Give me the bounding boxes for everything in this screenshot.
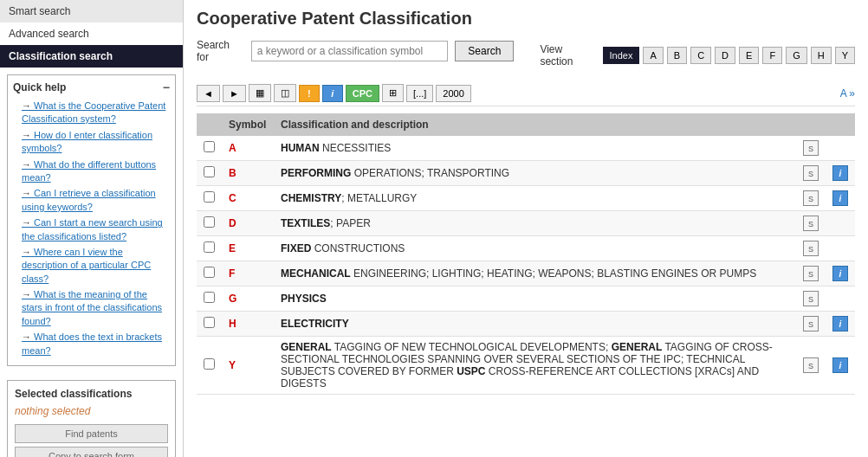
info-icon-h[interactable]: i: [832, 316, 848, 331]
checkbox-b[interactable]: [204, 166, 215, 177]
help-link-brackets-text[interactable]: What does the text in brackets mean?: [22, 331, 170, 357]
page-title: Cooperative Patent Classification: [197, 9, 855, 29]
minimize-button[interactable]: −: [163, 80, 170, 94]
section-btn-index[interactable]: Index: [603, 47, 640, 64]
description-c: CHEMISTRY; METALLURGY: [281, 192, 417, 204]
table-row: HELECTRICITYSi: [197, 312, 855, 337]
year-button[interactable]: 2000: [436, 85, 470, 102]
table-view-button[interactable]: ⊞: [382, 84, 404, 102]
checkbox-a[interactable]: [204, 141, 215, 152]
s-icon-a[interactable]: S: [803, 140, 819, 156]
col-header-symbol: Symbol: [222, 113, 274, 136]
checkbox-c[interactable]: [204, 191, 215, 203]
description-a: HUMAN NECESSITIES: [281, 142, 391, 154]
s-icon-b[interactable]: S: [803, 165, 819, 181]
checkbox-h[interactable]: [204, 317, 215, 328]
s-icon-f[interactable]: S: [803, 266, 819, 281]
copy-to-search-button[interactable]: Copy to search form: [15, 447, 168, 457]
col-header-s-icon: [796, 113, 826, 136]
section-btn-y[interactable]: Y: [835, 47, 855, 64]
help-link-new-search[interactable]: Can I start a new search using the class…: [22, 216, 170, 243]
back-button[interactable]: ◄: [197, 85, 220, 102]
view-section: View section Index A B C D E F G H Y: [540, 43, 855, 68]
s-icon-e[interactable]: S: [803, 241, 819, 256]
view-section-label: View section: [540, 43, 595, 68]
section-btn-b[interactable]: B: [667, 47, 687, 64]
collapse-button[interactable]: ◫: [274, 84, 296, 102]
sidebar: Smart search Advanced search Classificat…: [0, 0, 184, 457]
symbol-link-y[interactable]: Y: [229, 359, 236, 371]
help-link-buttons-mean[interactable]: What do the different buttons mean?: [22, 158, 170, 185]
s-icon-y[interactable]: S: [803, 357, 819, 373]
description-y: GENERAL TAGGING OF NEW TECHNOLOGICAL DEV…: [281, 341, 773, 389]
checkbox-e[interactable]: [204, 241, 215, 253]
description-g: PHYSICS: [281, 293, 327, 305]
classification-table: Symbol Classification and description AH…: [197, 113, 855, 395]
section-btn-f[interactable]: F: [762, 47, 782, 64]
quick-help-section: Quick help − What is the Cooperative Pat…: [7, 74, 176, 366]
checkbox-g[interactable]: [204, 292, 215, 303]
table-row: YGENERAL TAGGING OF NEW TECHNOLOGICAL DE…: [197, 337, 855, 395]
sidebar-item-advanced-search[interactable]: Advanced search: [0, 23, 183, 45]
symbol-link-g[interactable]: G: [229, 293, 236, 305]
s-icon-g[interactable]: S: [803, 291, 819, 306]
symbol-link-e[interactable]: E: [229, 242, 236, 254]
symbol-link-d[interactable]: D: [229, 217, 236, 229]
symbol-link-c[interactable]: C: [229, 192, 236, 204]
search-button[interactable]: Search: [455, 41, 514, 61]
section-btn-e[interactable]: E: [739, 47, 759, 64]
s-icon-d[interactable]: S: [803, 216, 819, 231]
help-link-retrieve-keyword[interactable]: Can I retrieve a classification using ke…: [22, 187, 170, 214]
checkbox-d[interactable]: [204, 216, 215, 228]
help-link-stars-meaning[interactable]: What is the meaning of the stars in fron…: [22, 288, 170, 328]
sidebar-nav: Smart search Advanced search Classificat…: [0, 0, 183, 68]
search-bar: Search for Search: [197, 39, 514, 63]
bracket-button[interactable]: [...]: [406, 85, 433, 102]
nothing-selected-status: nothing selected: [15, 405, 168, 417]
help-link-what-is-cpc[interactable]: What is the Cooperative Patent Classific…: [22, 100, 170, 126]
description-d: TEXTILES; PAPER: [281, 217, 371, 229]
info-icon-f[interactable]: i: [832, 266, 848, 281]
help-link-view-description[interactable]: Where can I view the description of a pa…: [22, 246, 170, 286]
toolbar-right-link[interactable]: A »: [840, 87, 855, 100]
checkbox-y[interactable]: [204, 358, 215, 370]
table-row: BPERFORMING OPERATIONS; TRANSPORTINGSi: [197, 161, 855, 186]
section-btn-h[interactable]: H: [811, 47, 832, 64]
search-label: Search for: [197, 39, 244, 63]
table-row: FMECHANICAL ENGINEERING; LIGHTING; HEATI…: [197, 261, 855, 286]
sidebar-item-smart-search[interactable]: Smart search: [0, 0, 183, 23]
table-row: EFIXED CONSTRUCTIONSS: [197, 236, 855, 261]
cpc-button[interactable]: CPC: [346, 85, 379, 102]
section-btn-g[interactable]: G: [786, 47, 807, 64]
table-row: DTEXTILES; PAPERS: [197, 211, 855, 236]
symbol-link-a[interactable]: A: [229, 142, 236, 154]
warning-button[interactable]: !: [299, 85, 320, 102]
main-content: Cooperative Patent Classification Search…: [184, 0, 868, 457]
symbol-link-b[interactable]: B: [229, 167, 236, 179]
s-icon-c[interactable]: S: [803, 190, 819, 206]
search-input[interactable]: [251, 41, 449, 61]
selected-classifications-title: Selected classifications: [15, 388, 168, 400]
info-icon-b[interactable]: i: [832, 165, 848, 181]
info-icon-y[interactable]: i: [832, 357, 848, 373]
forward-button[interactable]: ►: [223, 85, 246, 102]
s-icon-h[interactable]: S: [803, 316, 819, 331]
checkbox-f[interactable]: [204, 267, 215, 278]
table-row: CCHEMISTRY; METALLURGYSi: [197, 186, 855, 211]
sidebar-item-classification-search[interactable]: Classification search: [0, 45, 183, 68]
info-icon-c[interactable]: i: [832, 190, 848, 206]
section-btn-d[interactable]: D: [715, 47, 735, 64]
selected-classifications-panel: Selected classifications nothing selecte…: [7, 380, 176, 457]
section-btn-c[interactable]: C: [690, 47, 711, 64]
find-patents-button[interactable]: Find patents: [15, 424, 168, 443]
symbol-link-h[interactable]: H: [229, 318, 236, 330]
section-btn-a[interactable]: A: [643, 47, 663, 64]
col-header-checkbox: [197, 113, 222, 136]
symbol-link-f[interactable]: F: [229, 267, 235, 280]
help-link-enter-symbols[interactable]: How do I enter classification symbols?: [22, 129, 170, 156]
col-header-i-icon: [826, 113, 855, 136]
table-row: GPHYSICSS: [197, 286, 855, 312]
grid-view-button[interactable]: ▦: [249, 84, 271, 102]
quick-help-header: Quick help −: [13, 80, 170, 94]
info-button[interactable]: i: [322, 85, 343, 102]
